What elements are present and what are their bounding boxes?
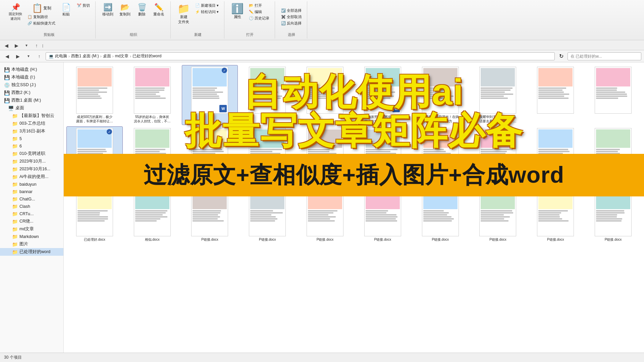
dropdown-button[interactable]: ▼	[22, 41, 31, 50]
addr-forward-button[interactable]: ▶	[13, 52, 22, 61]
file-thumb[interactable]: P链接.docx	[585, 188, 641, 243]
sidebar-item-five[interactable]: 📁5	[0, 135, 63, 142]
properties-button[interactable]: ℹ️ 属性	[229, 3, 246, 20]
sidebar-item-work[interactable]: 📁003-工作总结	[0, 120, 63, 127]
sidebar-item-baiduyun[interactable]: 📁baiduyun	[0, 181, 63, 188]
pin-label: 固定到快速访问	[9, 12, 22, 21]
easyaccess-button[interactable]: ⚡ 轻松访问 ▾	[194, 9, 220, 15]
newitem-button[interactable]: 📄 新建项目 ▾	[194, 3, 220, 8]
edit-button[interactable]: ✏️ 编辑	[248, 9, 271, 15]
file-thumb[interactable]	[239, 126, 296, 186]
sidebar-icon-march: 📁	[12, 129, 18, 134]
sidebar-item-oct23[interactable]: 📁2023年10月...	[0, 158, 63, 165]
sidebar-item-clash[interactable]: 📁Clash	[0, 203, 63, 210]
addr-back-button[interactable]: ◀	[3, 52, 11, 61]
open-button[interactable]: 📂 打开	[248, 3, 271, 8]
sidebar-item-markdown[interactable]: 📁Markdown	[0, 233, 63, 240]
sidebar-item-oct23b[interactable]: 📁2023年10月16...	[0, 165, 63, 173]
sidebar-icon-disk-j: 💿	[4, 82, 10, 88]
sidebar-item-crtu[interactable]: 📁CRTu...	[0, 210, 63, 218]
copypath-icon: 📋	[28, 15, 32, 19]
paste-label: 粘贴	[62, 12, 70, 17]
addr-dropdown-button[interactable]: ▼	[24, 52, 33, 61]
sidebar-item-disk-m[interactable]: 💾西数1 桌面 (M:)	[0, 97, 63, 104]
file-thumb[interactable]: 演员郑梦灵堂哭光！在病房举行，地方很用力，看望桃华先生，杨认为仕...	[412, 65, 469, 125]
file-thumb[interactable]: 侯耀华到天津赴宴，打电话要去看望桃华先生，杨认为仕...	[470, 65, 526, 125]
up-button[interactable]: ↑	[32, 41, 41, 50]
deselectall-button[interactable]: ✖️ 全部取消	[280, 14, 303, 20]
sidebar-item-zhiyun[interactable]: 📁【最新版】智创云	[0, 112, 63, 120]
file-thumb[interactable]	[585, 126, 641, 186]
file-thumb[interactable]: 曲：音乐之路起伏与重生-起伏与重生-澳门演唱会背后的争议与期...	[470, 126, 526, 186]
sidebar-item-chatg[interactable]: 📁ChatG...	[0, 195, 63, 203]
sidebar-item-six[interactable]: 📁6	[0, 142, 63, 150]
rename-button[interactable]: ✏️ 重命名	[151, 3, 166, 18]
file-thumb[interactable]: P链接.docx	[527, 188, 584, 243]
file-thumb[interactable]: P链接.docx	[239, 188, 296, 243]
open-icon: 📂	[249, 3, 254, 8]
copy-button[interactable]: 📋 复制	[26, 3, 57, 13]
refresh-button[interactable]: ↻	[557, 52, 566, 61]
file-thumb[interactable]: P链接.docx	[182, 188, 238, 243]
sidebar-item-comp[interactable]: 📁010-竞聘述职	[0, 150, 63, 158]
file-thumb[interactable]: P链接.docx	[470, 188, 526, 243]
thumb-image	[595, 67, 632, 114]
file-thumb[interactable]: 已处理好.docx	[66, 188, 123, 243]
file-thumb[interactable]: P链接.docx	[297, 188, 353, 243]
addr-up-button[interactable]: ↑	[35, 52, 44, 61]
forward-button[interactable]: ▶	[12, 41, 21, 50]
file-thumb[interactable]	[355, 126, 411, 186]
pin-button[interactable]: 📌 固定到快速访问	[7, 3, 24, 22]
sidebar-item-mdarticle[interactable]: 📁md文章	[0, 225, 63, 233]
sidebar-item-march[interactable]: 📁3月16日-副本	[0, 127, 63, 135]
sidebar-item-crgou[interactable]: 📁CR绕...	[0, 218, 63, 225]
moveto-button[interactable]: ➡️ 移动到	[100, 3, 115, 18]
file-thumb[interactable]: W相似度3.34%_何庆魁错前庆祝80大寿，儿子下跪感谢来宾：我...	[412, 126, 469, 186]
search-input[interactable]	[568, 52, 641, 60]
newfolder-icon: 📁	[177, 4, 190, 14]
file-name: 贺如贺，大赛，最...	[80, 176, 109, 180]
sidebar-item-bannar[interactable]: 📁bannar	[0, 188, 63, 195]
file-thumb[interactable]: ✓贺如贺，大赛，最...	[66, 126, 123, 186]
file-thumb[interactable]: P链接.docx	[412, 188, 469, 243]
file-thumb[interactable]	[297, 65, 353, 125]
file-thumb[interactable]	[182, 126, 238, 186]
file-thumb[interactable]: 相似.docx	[124, 188, 180, 243]
pasteshortcut-button[interactable]: 🔗 粘贴快捷方式	[26, 20, 57, 26]
sidebar-item-desktop[interactable]: 🖥️桌面	[0, 104, 63, 112]
sidebar-item-disk-i[interactable]: 💾本地磁盘 (I:)	[0, 73, 63, 81]
sidebar-item-disk-j[interactable]: 💿独立SSD (J:)	[0, 81, 63, 89]
copypath-button[interactable]: 📋 复制路径	[26, 14, 49, 20]
copy-label: 复制	[43, 5, 51, 11]
thumb-image	[134, 67, 171, 114]
file-thumb[interactable]	[124, 126, 180, 186]
thumb-image	[134, 189, 171, 236]
file-thumb[interactable]: W杨抽发照，和网友对骂，脏话连篇，祖给不堪，真惊了.docx	[355, 65, 411, 125]
file-thumb[interactable]	[239, 65, 296, 125]
sidebar-item-ainiu[interactable]: 📁Ai牛叔的使用...	[0, 173, 63, 181]
newfolder-button[interactable]: 📁 新建文件夹	[175, 3, 192, 25]
sidebar-label-bannar: bannar	[19, 189, 33, 194]
file-thumb[interactable]: 55岁的赵本山，身体状况令人担忧，住院，不知情...	[124, 65, 180, 125]
copyto-button[interactable]: 📂 复制到	[117, 3, 132, 18]
file-thumb[interactable]	[585, 65, 641, 125]
address-path[interactable]: 💻 此电脑 › 西数1 桌面 (M:) › 桌面 › md文章 › 已处理好的w…	[46, 52, 555, 60]
sidebar-item-images[interactable]: 📁图片	[0, 240, 63, 248]
paste-button[interactable]: 📄 粘贴	[59, 3, 73, 18]
sidebar-item-disk-h[interactable]: 💾本地磁盘 (H:)	[0, 66, 63, 73]
file-thumb[interactable]: P链接.docx	[355, 188, 411, 243]
sidebar-label-oct23b: 2023年10月16...	[19, 166, 50, 172]
file-thumb[interactable]	[297, 126, 353, 186]
file-thumb[interactable]: 成龙500万的案利，极少露面，车牌是不能转让的特殊号码，...	[66, 65, 123, 125]
back-button[interactable]: ◀	[2, 41, 11, 50]
file-thumb[interactable]: W✓	[182, 65, 238, 125]
selectall-button[interactable]: ☑️ 全部选择	[280, 8, 303, 13]
invertselect-button[interactable]: 🔄 反向选择	[280, 20, 303, 26]
history-button[interactable]: 🕐 历史记录	[248, 15, 271, 21]
sidebar-item-processed[interactable]: 📁已处理好的word	[0, 248, 63, 256]
file-thumb[interactable]	[527, 65, 584, 125]
file-thumb[interactable]	[527, 126, 584, 186]
delete-button[interactable]: 🗑️ 删除	[135, 3, 149, 18]
sidebar-item-disk-k[interactable]: 💾西数2 (K:)	[0, 89, 63, 97]
cut-button[interactable]: ✂️ 剪切	[75, 3, 91, 8]
